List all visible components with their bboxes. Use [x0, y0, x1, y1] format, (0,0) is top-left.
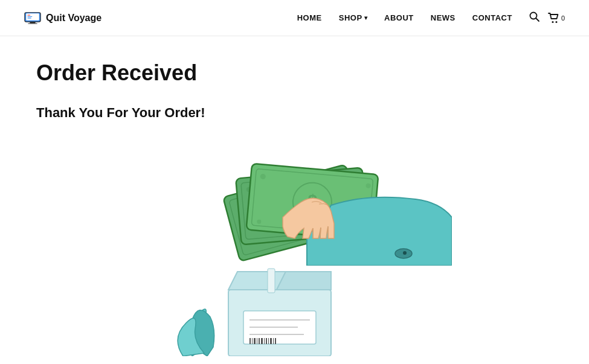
svg-point-9 [552, 21, 553, 23]
cart-button[interactable]: 0 [548, 13, 565, 24]
svg-rect-50 [268, 338, 269, 344]
svg-rect-53 [275, 338, 276, 344]
svg-rect-49 [266, 338, 267, 344]
package-illustration [174, 260, 355, 356]
svg-rect-48 [264, 338, 265, 344]
chevron-down-icon: ▾ [364, 14, 368, 21]
svg-rect-4 [28, 14, 31, 15]
thank-you-heading: Thank You For Your Order! [36, 105, 553, 121]
page-title: Order Received [36, 60, 553, 86]
svg-rect-43 [252, 338, 253, 344]
svg-rect-46 [259, 338, 260, 344]
svg-rect-44 [254, 338, 256, 344]
svg-rect-37 [268, 269, 275, 293]
site-logo[interactable]: Quit Voyage [24, 12, 101, 24]
nav-home[interactable]: HOME [297, 13, 322, 22]
nav-icons: 0 [529, 11, 565, 24]
svg-rect-42 [249, 338, 251, 344]
cart-count: 0 [561, 14, 565, 22]
svg-rect-52 [273, 338, 274, 344]
money-hand-illustration: $ $ $ [174, 139, 452, 266]
search-icon[interactable] [529, 11, 539, 24]
logo-icon [24, 12, 41, 24]
svg-point-10 [555, 21, 557, 23]
cart-icon [548, 13, 560, 24]
main-content: Order Received Thank You For Your Order!… [0, 36, 589, 356]
nav-shop[interactable]: SHOP ▾ [339, 13, 367, 22]
svg-point-32 [403, 251, 407, 255]
svg-line-8 [536, 18, 539, 21]
nav-contact[interactable]: CONTACT [472, 13, 512, 22]
svg-rect-45 [257, 338, 257, 344]
svg-rect-3 [28, 23, 37, 24]
nav-about[interactable]: ABOUT [384, 13, 414, 22]
main-nav: HOME SHOP ▾ ABOUT NEWS CONTACT [297, 11, 565, 24]
site-header: Quit Voyage HOME SHOP ▾ ABOUT NEWS CONTA… [0, 0, 589, 36]
svg-rect-6 [28, 18, 31, 18]
nav-news[interactable]: NEWS [431, 13, 455, 22]
svg-rect-51 [270, 338, 272, 344]
svg-rect-5 [28, 16, 33, 16]
logo-text: Quit Voyage [46, 13, 101, 24]
svg-rect-47 [261, 338, 263, 344]
illustrations: $ $ $ [36, 139, 553, 356]
svg-rect-2 [30, 22, 35, 23]
